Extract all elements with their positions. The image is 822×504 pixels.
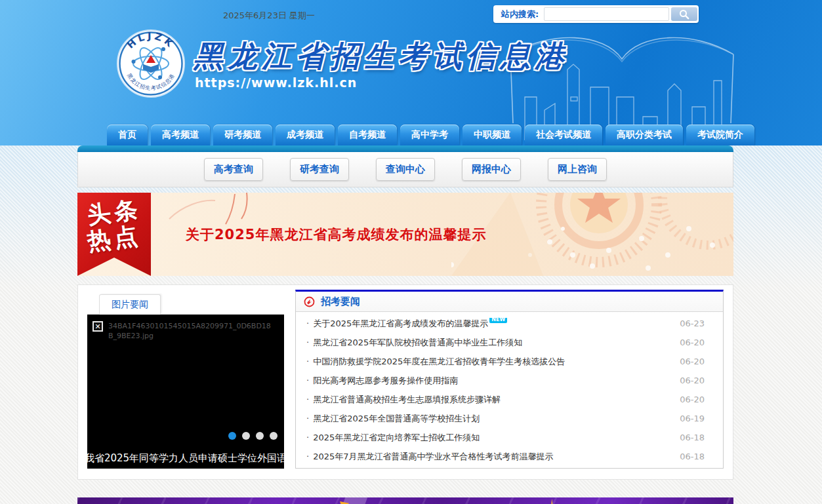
news-bullet: · <box>306 433 309 442</box>
search-label: 站内搜索: <box>495 9 544 20</box>
carousel-dot[interactable] <box>228 432 236 440</box>
site-header: 2025年6月23日 星期一 站内搜索: HLJZK 黑龙江招生考试信息港 <box>0 0 822 145</box>
photo-news-panel: 图片要闻 ✕ 34BA1F4630101545015A8209971_0D6BD… <box>87 290 284 469</box>
banner-star-decoration <box>451 193 733 276</box>
news-date: 06-20 <box>680 357 705 366</box>
news-list: ·关于2025年黑龙江省高考成绩发布的温馨提示NEW06-23·黑龙江省2025… <box>296 312 723 468</box>
news-section-title: 招考要闻 <box>321 296 360 308</box>
search-button[interactable] <box>671 7 697 21</box>
news-bullet: · <box>306 414 309 423</box>
site-url: https://www.lzk.hl.cn <box>195 75 357 90</box>
news-list-item[interactable]: ·黑龙江省2025年军队院校招收普通高中毕业生工作须知06-20 <box>296 337 723 349</box>
news-title-link[interactable]: 黑龙江省2025年全国普通高等学校招生计划 <box>313 413 672 425</box>
search-icon <box>679 9 689 20</box>
news-list-item[interactable]: ·阳光高考网志愿参考服务操作使用指南06-20 <box>296 375 723 387</box>
news-title-link[interactable]: 中国消防救援学院2025年度在黑龙江省招收青年学生考核选拔公告 <box>313 356 672 368</box>
banner-line-decoration <box>717 497 733 504</box>
nav-tab[interactable]: 自考频道 <box>338 125 397 145</box>
news-title-link[interactable]: 黑龙江省2025年军队院校招收普通高中毕业生工作须知 <box>313 337 672 349</box>
quick-link-button[interactable]: 网上咨询 <box>548 158 607 181</box>
news-bullet: · <box>306 452 309 461</box>
news-date: 06-20 <box>680 338 705 347</box>
news-bullet: · <box>306 319 309 328</box>
site-logo[interactable]: HLJZK 黑龙江招生考试信息港 <box>116 28 186 99</box>
carousel-caption-link[interactable]: 我省2025年同等学力人员申请硕士学位外国语 <box>87 448 284 469</box>
quick-link-button[interactable]: 研考查询 <box>290 158 349 181</box>
headline-ribbon: 头条 热点 <box>77 193 151 276</box>
nav-tab[interactable]: 首页 <box>107 125 148 145</box>
site-title: 黑龙江省招生考试信息港 <box>194 37 569 76</box>
news-date: 06-20 <box>680 395 705 404</box>
news-date: 06-23 <box>680 319 705 328</box>
news-bullet: · <box>306 376 309 385</box>
nav-tab[interactable]: 高中学考 <box>400 125 459 145</box>
news-section-icon <box>304 296 315 307</box>
news-date: 06-20 <box>680 376 705 385</box>
photo-news-header: 图片要闻 <box>87 290 284 315</box>
news-title-link[interactable]: 关于2025年黑龙江省高考成绩发布的温馨提示NEW <box>313 318 672 330</box>
tab-photo-news[interactable]: 图片要闻 <box>99 294 161 315</box>
news-list-item[interactable]: ·黑龙江省普通高校招生考生志愿填报系统步骤详解06-20 <box>296 394 723 406</box>
current-date: 2025年6月23日 星期一 <box>223 10 315 22</box>
quick-link-button[interactable]: 高考查询 <box>204 158 263 181</box>
news-list-item[interactable]: ·关于2025年黑龙江省高考成绩发布的温馨提示NEW06-23 <box>296 318 723 330</box>
nav-underline-bar <box>77 145 733 152</box>
carousel-dot[interactable] <box>270 432 277 440</box>
admission-news-panel: 招考要闻 ·关于2025年黑龙江省高考成绩发布的温馨提示NEW06-23·黑龙江… <box>295 290 724 469</box>
main-navigation: 首页高考频道研考频道成考频道自考频道高中学考中职频道社会考试频道高职分类考试考试… <box>107 125 754 145</box>
news-title-link[interactable]: 2025年黑龙江省定向培养军士招收工作须知 <box>313 432 672 444</box>
nav-tab[interactable]: 高考频道 <box>151 125 210 145</box>
news-date: 06-18 <box>680 433 705 442</box>
news-list-item[interactable]: ·2025年黑龙江省定向培养军士招收工作须知06-18 <box>296 432 723 444</box>
news-date: 06-19 <box>680 414 705 423</box>
broken-image-placeholder: ✕ 34BA1F4630101545015A8209971_0D6BD18B_9… <box>87 315 284 347</box>
new-badge: NEW <box>489 318 507 323</box>
quick-link-button[interactable]: 查询中心 <box>376 158 435 181</box>
broken-image-alt-text: 34BA1F4630101545015A8209971_0D6BD18B_9BE… <box>108 321 272 341</box>
news-list-item[interactable]: ·2025年7月黑龙江省普通高中学业水平合格性考试考前温馨提示06-18 <box>296 451 723 463</box>
news-bullet: · <box>306 395 309 404</box>
nav-tab[interactable]: 中职频道 <box>462 125 522 145</box>
news-title-link[interactable]: 2025年7月黑龙江省普通高中学业水平合格性考试考前温馨提示 <box>313 451 672 463</box>
carousel-dot[interactable] <box>256 432 264 440</box>
news-title-link[interactable]: 黑龙江省普通高校招生考生志愿填报系统步骤详解 <box>313 394 672 406</box>
broken-image-icon: ✕ <box>92 321 103 332</box>
news-title-link[interactable]: 阳光高考网志愿参考服务操作使用指南 <box>313 375 672 387</box>
nav-tab[interactable]: 社会考试频道 <box>525 125 602 145</box>
nav-tab[interactable]: 研考频道 <box>213 125 272 145</box>
quick-links-bar: 高考查询研考查询查询中心网报中心网上咨询 <box>77 152 733 187</box>
news-bullet: · <box>306 338 309 347</box>
search-input[interactable] <box>544 7 669 21</box>
news-list-item[interactable]: ·黑龙江省2025年全国普通高等学校招生计划06-19 <box>296 413 723 425</box>
nav-tab[interactable]: 考试院简介 <box>686 125 754 145</box>
quick-link-button[interactable]: 网报中心 <box>462 158 521 181</box>
ribbon-text-line2: 热点 <box>86 222 142 255</box>
news-list-item[interactable]: ·中国消防救援学院2025年度在黑龙江省招收青年学生考核选拔公告06-20 <box>296 356 723 368</box>
carousel-dot[interactable] <box>242 432 250 440</box>
nav-tab[interactable]: 成考频道 <box>276 125 335 145</box>
main-container: 高考查询研考查询查询中心网报中心网上咨询 <box>77 145 733 504</box>
news-section: 图片要闻 ✕ 34BA1F4630101545015A8209971_0D6BD… <box>77 284 733 480</box>
site-search-bar: 站内搜索: <box>493 5 699 23</box>
headline-banner: 头条 热点 关于2025年黑龙江省高考成绩发布的温馨提示 <box>77 193 733 276</box>
carousel-dots <box>228 432 277 440</box>
news-date: 06-18 <box>680 452 705 461</box>
bottom-promo-banner[interactable] <box>77 497 733 504</box>
nav-tab[interactable]: 高职分类考试 <box>606 125 683 145</box>
admission-news-header: 招考要闻 <box>296 292 723 312</box>
headline-link[interactable]: 关于2025年黑龙江省高考成绩发布的温馨提示 <box>186 193 486 276</box>
photo-carousel[interactable]: ✕ 34BA1F4630101545015A8209971_0D6BD18B_9… <box>87 315 284 469</box>
news-bullet: · <box>306 357 309 366</box>
banner-triangle-decoration <box>550 499 555 504</box>
